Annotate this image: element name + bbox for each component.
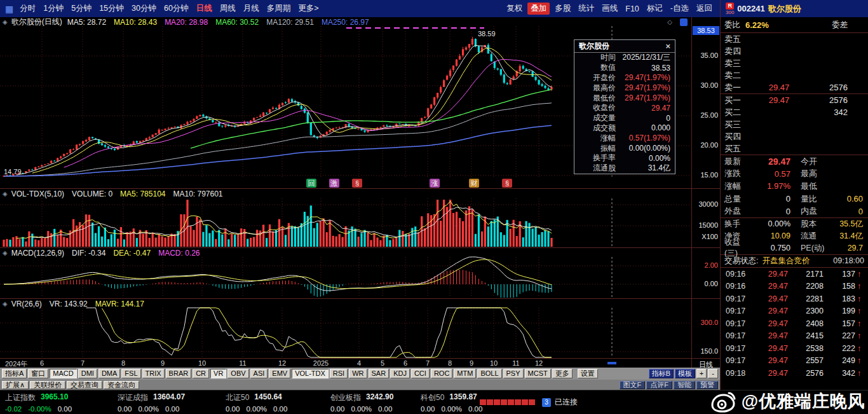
diamond-icon[interactable]: ◇ — [667, 18, 672, 25]
indicator-tab-22[interactable]: MCST — [525, 369, 551, 378]
stat-value: 0 — [750, 194, 790, 204]
zoom-in-button[interactable]: + — [696, 369, 707, 378]
ext-tab-4[interactable]: 资金流向 — [104, 381, 139, 389]
app-grid-icon[interactable]: ▦ — [5, 4, 13, 14]
chart-ad-badge-2[interactable]: 激 — [329, 179, 339, 188]
chart-ad-badge-5[interactable]: 财 — [469, 179, 479, 188]
indicator-group-b-button[interactable]: 指标B — [649, 369, 674, 378]
menu-tool-6[interactable]: F10 — [621, 3, 643, 15]
menu-period-7[interactable]: 日线 — [193, 2, 216, 15]
bid-level-1[interactable]: 买一29.472576 — [721, 94, 868, 106]
menu-tool-7[interactable]: 标记 — [643, 2, 667, 15]
panel-layout-icon[interactable] — [680, 18, 688, 26]
price-info-popup[interactable]: 歌尔股份 × 时间2025/12/31/三数值38.53开盘价29.47(1.9… — [574, 39, 675, 174]
bid-level-3[interactable]: 买三 — [721, 118, 868, 130]
bid-level-4[interactable]: 买四 — [721, 130, 868, 142]
bid-level-2[interactable]: 买二342 — [721, 106, 868, 118]
indicator-tab-17[interactable]: CCI — [411, 369, 430, 378]
menu-period-8[interactable]: 周线 — [216, 2, 240, 15]
indicator-tab-23[interactable]: 更多 — [552, 369, 573, 378]
popup-row-3: 开盘价29.47(1.97%) — [574, 73, 675, 83]
zoom-out-button[interactable]: - — [708, 369, 718, 378]
indicator-tab-5[interactable]: TRIX — [142, 369, 165, 378]
chart-ad-badge-3[interactable]: § — [352, 179, 362, 188]
menu-period-4[interactable]: 15分钟 — [95, 2, 128, 15]
ma-label-6: MA250: 26.97 — [322, 18, 369, 27]
tick-current: 249 — [824, 356, 855, 365]
indicator-group-a-button[interactable]: 指标A — [2, 369, 27, 378]
indicator-tab-9[interactable]: OBV — [227, 369, 248, 378]
menu-tool-9[interactable]: 返回 — [693, 2, 716, 15]
menu-period-2[interactable]: 1分钟 — [39, 2, 67, 15]
indicator-tab-6[interactable]: BRAR — [166, 369, 192, 378]
ask-level-4[interactable]: 卖四 — [721, 45, 868, 57]
collapse-diamond-icon[interactable]: ◈ — [3, 300, 8, 307]
ask-level-5[interactable]: 卖五 — [721, 33, 868, 45]
indicator-tab-2[interactable]: DMI — [78, 369, 97, 378]
ext-right-tab-3[interactable]: 智能 — [674, 381, 695, 389]
connection-text: 已连接 — [555, 397, 578, 408]
index-extra: 0.00 — [58, 405, 72, 413]
menu-period-6[interactable]: 60分钟 — [160, 2, 193, 15]
index-quote-4[interactable]: 创业板指3242.900.000.00%0.00 — [330, 392, 393, 413]
bid-level-5[interactable]: 买五 — [721, 142, 868, 155]
x-axis-label-3: 7 — [81, 359, 85, 367]
chart-ad-badge-6[interactable]: § — [502, 179, 512, 188]
indicator-tab-1[interactable]: MACD — [50, 369, 76, 378]
indicator-tab-12[interactable]: VOL-TDX — [292, 369, 329, 378]
menu-period-1[interactable]: 分时 — [16, 2, 39, 15]
ask-level-1[interactable]: 卖一29.472576 — [721, 81, 868, 93]
index-quote-1[interactable]: 上证指数3965.10-0.02-0.00%0.00 — [5, 392, 72, 413]
ext-right-tab-4[interactable]: 预警 — [696, 381, 718, 389]
indicator-tab-18[interactable]: ROC — [431, 369, 452, 378]
menu-tool-5[interactable]: 画线 — [598, 2, 621, 15]
popup-close-icon[interactable]: × — [665, 41, 670, 51]
ask-level-3[interactable]: 卖三 — [721, 57, 868, 69]
indicator-tab-13[interactable]: RSI — [330, 369, 348, 378]
window-button[interactable]: 窗口 — [28, 369, 48, 378]
indicator-tab-3[interactable]: DMA — [98, 369, 120, 378]
ext-tab-3[interactable]: 交易查询 — [67, 381, 102, 389]
indicator-tab-11[interactable]: EMV — [269, 369, 290, 378]
menu-period-11[interactable]: 更多> — [294, 2, 322, 15]
ext-tab-1[interactable]: 扩展∧ — [2, 381, 29, 389]
index-quote-3[interactable]: 北证501450.640.000.00%0.00 — [226, 392, 287, 413]
menu-tool-4[interactable]: 统计 — [574, 2, 598, 15]
chart-ad-badge-4[interactable]: 涨 — [430, 179, 440, 188]
menu-tool-2[interactable]: 叠加 — [527, 3, 550, 15]
ask-level-2[interactable]: 卖二 — [721, 69, 868, 81]
template-button[interactable]: 模板 — [675, 369, 695, 378]
indicator-tab-16[interactable]: KDJ — [390, 369, 410, 378]
ext-right-tab-1[interactable]: 图文F — [620, 381, 646, 389]
x-axis-label-2: 6 — [40, 359, 44, 367]
menu-period-5[interactable]: 30分钟 — [128, 2, 160, 15]
popup-titlebar[interactable]: 歌尔股份 × — [574, 40, 675, 53]
indicator-tab-10[interactable]: ASI — [250, 369, 268, 378]
menu-tool-8[interactable]: -自选 — [667, 2, 693, 15]
tick-time: 09:16 — [726, 270, 751, 279]
index-quote-5[interactable]: 科创501359.870.000.00%0.00 — [421, 392, 482, 413]
indicator-tab-8[interactable]: VR — [210, 369, 226, 378]
indicator-tab-20[interactable]: BOLL — [477, 369, 501, 378]
ext-tab-2[interactable]: 关联报价 — [30, 381, 65, 389]
ask-label: 卖五 — [724, 34, 752, 45]
menu-tool-3[interactable]: 多股 — [551, 2, 574, 15]
ext-right-tab-2[interactable]: 点评F — [646, 381, 672, 389]
indicator-tab-14[interactable]: WR — [349, 369, 367, 378]
indicator-tab-4[interactable]: FSL — [121, 369, 140, 378]
indicator-tab-21[interactable]: PSY — [503, 369, 524, 378]
collapse-diamond-icon[interactable]: ◈ — [3, 18, 8, 25]
index-quote-2[interactable]: 深证成指13604.070.000.00%0.00 — [118, 392, 185, 413]
popup-row-10: 振幅0.00(0.00%) — [574, 143, 675, 153]
indicator-tab-19[interactable]: MTM — [454, 369, 476, 378]
menu-period-3[interactable]: 5分钟 — [67, 2, 95, 15]
indicator-tab-7[interactable]: CR — [193, 369, 209, 378]
settings-button[interactable]: 设置 — [578, 369, 598, 378]
menu-period-9[interactable]: 月线 — [240, 2, 263, 15]
collapse-diamond-icon[interactable]: ◈ — [3, 249, 8, 256]
collapse-diamond-icon[interactable]: ◈ — [3, 190, 8, 197]
menu-tool-1[interactable]: 复权 — [503, 2, 526, 15]
menu-period-10[interactable]: 多周期 — [263, 2, 295, 15]
indicator-tab-15[interactable]: SAR — [369, 369, 390, 378]
chart-ad-badge-1[interactable]: 回 — [306, 179, 316, 188]
